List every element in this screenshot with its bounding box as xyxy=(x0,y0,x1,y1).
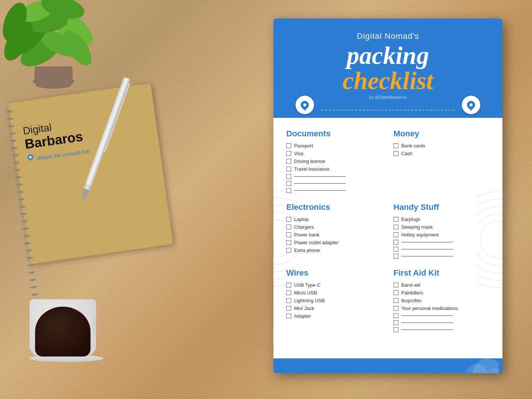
list-item: Lightning USB xyxy=(286,298,382,303)
pin-circle-left xyxy=(296,96,314,114)
blank-line-item xyxy=(286,188,382,193)
checkbox xyxy=(393,240,398,245)
checkbox xyxy=(393,151,398,156)
documents-list: Passport Visa Driving license Trave xyxy=(286,143,382,193)
svg-point-18 xyxy=(480,221,502,258)
poster-footer xyxy=(273,358,502,373)
list-item: Laptop xyxy=(286,216,382,222)
checkbox xyxy=(286,151,291,156)
checkbox xyxy=(286,314,291,318)
spiral-ring xyxy=(17,191,24,194)
list-item: Passport xyxy=(286,143,382,149)
list-item: Visa xyxy=(286,151,382,156)
pin-circle-right xyxy=(462,96,480,114)
section-first-aid-kit: First Aid Kit Band-aid Painkillers Ib xyxy=(393,268,490,334)
spiral-ring xyxy=(16,183,23,186)
section-title-wires: Wires xyxy=(286,268,382,278)
blank-line-item xyxy=(286,174,382,179)
svg-point-13 xyxy=(273,220,296,257)
checkbox xyxy=(393,320,398,325)
item-label: Cash xyxy=(401,151,412,156)
header-pin-right xyxy=(462,96,480,114)
item-label: Earplugs xyxy=(401,216,420,222)
list-item: Cash xyxy=(393,151,490,156)
header-title-packing: packing xyxy=(288,43,488,68)
item-label: Power outlet adapter xyxy=(294,240,338,245)
section-title-electronics: Electronics xyxy=(286,202,382,212)
list-item: Adapter xyxy=(286,313,382,319)
spiral-ring xyxy=(26,256,33,259)
checkbox xyxy=(393,313,398,318)
blank-line xyxy=(294,183,346,184)
cup-handle xyxy=(92,314,96,336)
header-dashed-line xyxy=(321,110,454,110)
list-item: Mini Jack xyxy=(286,306,382,311)
item-label: Your personal medications: xyxy=(401,306,459,311)
spiral-ring xyxy=(25,249,32,252)
item-label: Adapter xyxy=(294,313,311,319)
header-pin-left xyxy=(296,96,314,114)
list-item: Band-aid xyxy=(393,282,490,288)
spiral-ring xyxy=(7,117,14,120)
blank-line-item xyxy=(393,327,490,332)
spiral-ring xyxy=(19,205,26,208)
item-label: Painkillers xyxy=(401,290,423,296)
poster-inner: Digital Nomad's packing checklist by @Di… xyxy=(273,18,502,373)
cup-body xyxy=(30,299,96,357)
blank-line-item xyxy=(286,181,382,186)
blank-line-item xyxy=(393,247,490,252)
location-pin-icon-right xyxy=(465,99,477,110)
bg-circles-left xyxy=(273,164,299,312)
checkbox xyxy=(393,290,398,295)
spiral-ring xyxy=(10,139,17,142)
list-item: Power bank xyxy=(286,232,382,238)
electronics-list: Laptop Chargers Power bank Power ou xyxy=(286,216,382,253)
checkbox xyxy=(286,159,291,164)
item-label: Hobby equipment xyxy=(401,232,439,238)
money-list: Bank cards Cash xyxy=(393,143,490,156)
checkbox xyxy=(286,143,291,148)
section-title-first-aid-kit: First Aid Kit xyxy=(393,268,490,278)
list-item: Painkillers xyxy=(393,290,490,296)
blank-line xyxy=(294,190,346,191)
spiral-ring xyxy=(9,132,16,135)
checkbox xyxy=(393,327,398,332)
checkbox xyxy=(393,283,398,287)
blank-line-item xyxy=(393,313,490,318)
section-electronics: Electronics Laptop Chargers Power ban xyxy=(286,202,382,261)
item-label: Travel insurance xyxy=(294,166,330,172)
header-byline: by @DigitalBarbaros xyxy=(288,95,488,99)
checkbox xyxy=(393,254,398,259)
poster-content: Documents Passport Visa Driving licen xyxy=(273,118,502,358)
spiral-ring xyxy=(22,227,29,230)
checkbox xyxy=(393,217,398,222)
section-wires: Wires USB Type C Micro USB Lightning xyxy=(286,268,382,334)
section-money: Money Bank cards Cash xyxy=(393,129,490,195)
section-handy-stuff: Handy Stuff Earplugs Sleeping mask Ho xyxy=(393,202,490,261)
poster: Digital Nomad's packing checklist by @Di… xyxy=(273,18,502,373)
section-title-handy-stuff: Handy Stuff xyxy=(393,202,490,212)
footer-circles xyxy=(454,355,499,373)
spiral-ring xyxy=(11,147,18,150)
checkbox xyxy=(393,143,398,148)
list-item: Hobby equipment xyxy=(393,232,490,238)
item-label: Driving license xyxy=(294,158,325,164)
spiral-ring xyxy=(18,198,25,201)
item-label: Band-aid xyxy=(401,282,420,288)
spiral-ring xyxy=(6,110,13,113)
pin-icon xyxy=(26,154,35,162)
list-item: USB Type C xyxy=(286,282,382,288)
list-item: Power outlet adapter xyxy=(286,240,382,245)
list-item: Your personal medications: xyxy=(393,306,490,311)
item-label: Bank cards xyxy=(401,143,425,149)
list-item: Travel insurance xyxy=(286,166,382,172)
list-item: Micro USB xyxy=(286,290,382,296)
wires-list: USB Type C Micro USB Lightning USB xyxy=(286,282,382,319)
item-label: Visa xyxy=(294,151,303,156)
item-label: Passport xyxy=(294,143,313,149)
header-title-checklist: checklist xyxy=(288,68,488,93)
checkbox xyxy=(393,232,398,237)
spiral-ring xyxy=(8,125,15,127)
location-pin-icon-left xyxy=(299,99,310,110)
first-aid-list: Band-aid Painkillers Ibuprofen Your xyxy=(393,282,490,332)
